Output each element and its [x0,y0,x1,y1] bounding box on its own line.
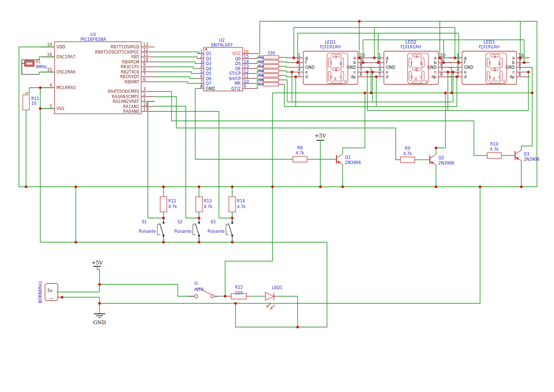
junction-dot [296,326,299,328]
junction-dot [74,185,77,188]
switch-actuator [195,223,199,236]
display-part: FJ3191AH [320,45,341,49]
rnet-resistor-body[interactable] [263,60,279,64]
u2-pin-name: Q7/2 [231,86,241,91]
u2-pin-number: 16 [244,49,249,54]
u2-pin-name: Q1 [206,51,211,56]
display-pin-number: 4 [379,67,381,72]
i1-contact[interactable] [211,295,214,298]
seg-letter-c: c [420,75,422,79]
display-pin-name: a [354,55,356,60]
u1-pin-name: RB7T1OSIPGD [110,45,139,49]
rnet-resistor-ref: R3 [258,64,263,69]
display-pin-number: 8 [440,63,443,67]
wire [530,67,532,93]
r9-ref: R9 [405,146,410,151]
display-pin-number: 1 [298,53,300,58]
x1-value: 4MHz [36,64,47,69]
u1-pin-name: RA3AN3CMP1 [112,94,139,99]
u2-pin-name: SH/CP [228,76,241,81]
u2-pin-name: VCC [232,51,241,56]
display-pin-name: e [386,70,388,74]
contact-dot [198,222,200,224]
u2-pin-number: 13 [244,64,249,69]
display-pin-name: b [434,60,436,65]
q2-part: 2N3906 [438,161,454,165]
rnet-resistor-body[interactable] [263,74,279,77]
u2-pin-name: DS [235,61,241,66]
resistor-r10-body[interactable] [487,153,501,158]
plus5v-label: +5V [315,133,327,139]
u1-pin-number: 9 [143,62,145,67]
display-pin-name: c [434,70,436,74]
wire-rail-q1 [195,89,293,160]
resistor-r14-body[interactable] [229,197,236,212]
q1-ref: Q1 [345,155,351,160]
i1-contact[interactable] [195,295,198,298]
display-ref: LED3 [483,40,494,45]
seg-letter-b: b [498,62,500,66]
resistor-r11-body[interactable] [23,95,29,110]
pullup-ref: R12 [168,199,176,203]
display-pin-name: dp [509,74,515,79]
junction-dot [527,71,530,73]
resistor-r13-body[interactable] [196,197,202,212]
resistor-r9-body[interactable] [400,157,415,163]
junction-dot [271,185,274,188]
q1-part: 2N3906 [345,160,361,165]
u1-pin-number: 13 [143,42,148,47]
junction-dot [454,56,456,59]
display-pin-name: e [464,70,466,74]
u1-pin-number: 6 [143,77,145,82]
contact-dot [231,222,233,224]
led1-diode-triangle[interactable] [265,292,274,300]
rnet-resistor-body[interactable] [263,65,279,68]
schematic-canvas: U1PIC16F628A14VDD16OSC1RA715OSC2RA64MCLR… [0,0,554,392]
bornera-pos-label: 5v [47,288,52,293]
u1-pin-name: RA1AN1 [123,104,139,109]
rnet-resistor-body[interactable] [263,78,279,82]
seg-letter-c: c [340,75,342,79]
led1-diode-ref: LED1 [272,285,282,290]
junction-dot [455,75,458,78]
u1-pin-number: 10 [143,57,148,62]
display-pin-name: d [386,74,388,79]
junction-dot [319,185,322,188]
resistor-r8-body[interactable] [293,156,307,162]
seg-letter-f: f [490,62,491,66]
u1-pin-name: RB6T1OSC0T1CKIPGC [95,50,140,55]
u1-pin-number: 3 [143,87,145,91]
rnet-resistor-body[interactable] [263,83,279,86]
rnet-resistor-body[interactable] [263,56,279,59]
q3-part: 2N3906 [524,157,539,162]
display-pin-name: f [464,60,466,65]
u1-pin-name: VDD [56,45,65,49]
seg-letter-e: e [411,75,413,79]
r11-ref: R11 [31,96,39,101]
wire-u1-u2 [154,72,197,74]
junction-dot [61,296,64,299]
wire-vcc-loop [19,21,537,187]
junction-dot [520,185,523,188]
wire-borne-5v [97,266,100,292]
display-pin-name: GND [464,65,473,70]
wire-rnet-led [283,66,290,67]
display-pin-name: d [305,74,308,79]
seg-dp-marker: o [503,79,506,83]
q2-ref: Q2 [438,155,444,160]
junction-dot [231,241,234,244]
resistor-r12-body[interactable] [160,197,167,212]
switch-ref: S2 [177,219,182,224]
u2-pin-name: MR [235,81,241,86]
u2-pin-number: 4 [200,64,203,69]
display-pin-name: f [305,60,307,65]
u1-pin-name: RB3CCP1 [120,64,139,69]
u2-part: SN74LS47 [211,43,233,47]
seg-letter-g: g [335,67,337,72]
seg-letter-a: a [335,55,337,59]
rnet-resistor-body[interactable] [263,69,279,73]
led-ray-head [266,305,269,308]
seg-dp-marker: o [345,79,347,83]
seg-letter-g: g [415,67,418,72]
junction-dot [435,146,437,149]
